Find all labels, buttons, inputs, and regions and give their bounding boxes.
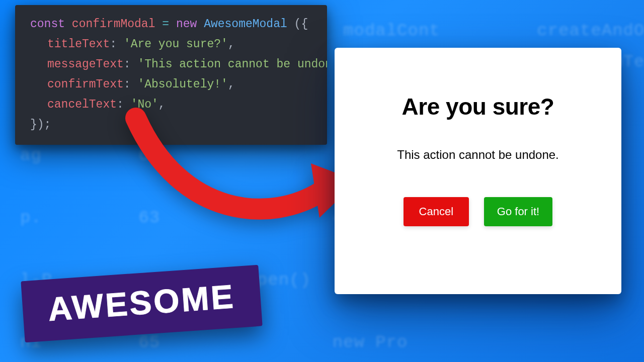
modal-title: Are you sure? bbox=[402, 93, 554, 120]
code-prop-message-key: messageText bbox=[47, 58, 124, 71]
code-token-new: new bbox=[176, 18, 197, 31]
code-prop-message-val: 'This action cannot be undone.' bbox=[137, 58, 327, 71]
code-token-classname: AwesomeModal bbox=[204, 18, 287, 31]
code-token-varname: confirmModal bbox=[72, 18, 155, 31]
awesome-tag-label: AWESOME bbox=[47, 280, 236, 326]
code-prop-title-val: 'Are you sure?' bbox=[124, 38, 228, 51]
code-prop-cancel-val: 'No' bbox=[131, 98, 158, 111]
cancel-button[interactable]: Cancel bbox=[404, 197, 469, 226]
code-prop-confirm-val: 'Absolutely!' bbox=[137, 78, 227, 91]
confirm-button[interactable]: Go for it! bbox=[484, 197, 552, 226]
confirm-modal: Are you sure? This action cannot be undo… bbox=[335, 48, 621, 294]
code-prop-confirm-key: confirmText bbox=[47, 78, 124, 91]
code-token-close: }); bbox=[30, 118, 51, 131]
code-prop-title-key: titleText bbox=[47, 38, 110, 51]
modal-button-row: Cancel Go for it! bbox=[404, 197, 552, 226]
modal-message: This action cannot be undone. bbox=[397, 148, 559, 162]
code-token-equals: = bbox=[162, 18, 169, 31]
code-token-const: const bbox=[30, 18, 65, 31]
awesome-tag: AWESOME bbox=[21, 265, 262, 343]
code-token-open: ({ bbox=[294, 18, 308, 31]
code-prop-cancel-key: cancelText bbox=[47, 98, 117, 111]
code-snippet-panel: const confirmModal = new AwesomeModal ({… bbox=[15, 5, 327, 145]
